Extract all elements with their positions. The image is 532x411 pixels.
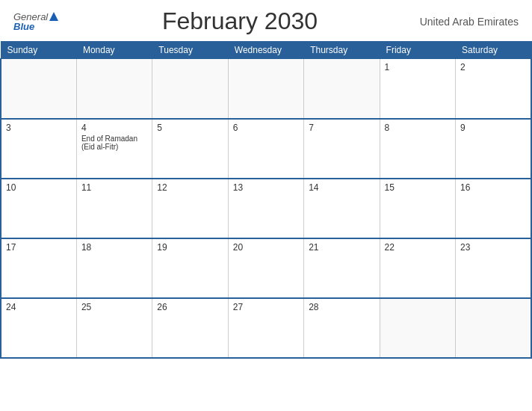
- calendar-table: Sunday Monday Tuesday Wednesday Thursday…: [0, 41, 532, 359]
- table-row: 20: [228, 238, 303, 298]
- day-number: 14: [309, 182, 374, 193]
- calendar-week-row: 2425262728: [1, 298, 531, 358]
- logo: General Blue: [13, 11, 60, 31]
- svg-marker-0: [49, 12, 58, 21]
- table-row: 24: [1, 298, 76, 358]
- country-label: United Arab Emirates: [420, 16, 519, 28]
- day-number: 25: [81, 302, 147, 312]
- day-number: 17: [6, 242, 72, 253]
- day-number: 26: [157, 302, 223, 312]
- table-row: [228, 59, 303, 119]
- day-number: 2: [460, 62, 526, 72]
- day-number: 22: [385, 242, 451, 253]
- header: General Blue February 2030 United Arab E…: [0, 0, 532, 41]
- table-row: 15: [380, 179, 455, 238]
- table-row: 12: [152, 179, 228, 238]
- day-number: 1: [385, 62, 451, 72]
- logo-general-text: General: [13, 12, 48, 22]
- table-row: 2: [456, 59, 531, 119]
- col-monday: Monday: [76, 42, 152, 59]
- table-row: 14: [304, 179, 380, 238]
- table-row: 27: [228, 298, 303, 358]
- day-number: 9: [460, 123, 526, 133]
- table-row: 25: [76, 298, 152, 358]
- col-wednesday: Wednesday: [228, 42, 303, 59]
- table-row: 18: [76, 238, 152, 298]
- table-row: [76, 59, 152, 119]
- table-row: 26: [152, 298, 228, 358]
- table-row: 9: [456, 119, 531, 179]
- page-title: February 2030: [162, 7, 318, 35]
- table-row: 10: [1, 179, 76, 238]
- table-row: 21: [304, 238, 380, 298]
- day-number: 10: [6, 182, 72, 193]
- table-row: [456, 298, 531, 358]
- table-row: 17: [1, 238, 76, 298]
- col-saturday: Saturday: [456, 42, 531, 59]
- col-friday: Friday: [380, 42, 455, 59]
- table-row: 8: [380, 119, 455, 179]
- calendar-week-row: 17181920212223: [1, 238, 531, 298]
- day-number: 4: [81, 123, 147, 133]
- day-number: 15: [385, 182, 451, 193]
- col-tuesday: Tuesday: [152, 42, 228, 59]
- day-number: 5: [157, 123, 223, 133]
- day-number: 21: [309, 242, 374, 253]
- table-row: [304, 59, 380, 119]
- table-row: [380, 298, 455, 358]
- calendar-week-row: 12: [1, 59, 531, 119]
- day-number: 16: [460, 182, 526, 193]
- table-row: 16: [456, 179, 531, 238]
- day-number: 20: [233, 242, 299, 253]
- col-thursday: Thursday: [304, 42, 380, 59]
- day-number: 6: [233, 123, 299, 133]
- table-row: 6: [228, 119, 303, 179]
- table-row: [152, 59, 228, 119]
- table-row: [1, 59, 76, 119]
- day-number: 7: [309, 123, 374, 133]
- table-row: 4End of Ramadan (Eid al-Fitr): [76, 119, 152, 179]
- day-number: 19: [157, 242, 223, 253]
- table-row: 5: [152, 119, 228, 179]
- table-row: 3: [1, 119, 76, 179]
- day-number: 3: [6, 123, 72, 133]
- table-row: 22: [380, 238, 455, 298]
- day-number: 28: [309, 302, 374, 312]
- day-number: 23: [460, 242, 526, 253]
- day-number: 27: [233, 302, 299, 312]
- calendar-week-row: 10111213141516: [1, 179, 531, 238]
- day-event: End of Ramadan (Eid al-Fitr): [81, 135, 147, 151]
- table-row: 11: [76, 179, 152, 238]
- calendar-week-row: 34End of Ramadan (Eid al-Fitr)56789: [1, 119, 531, 179]
- day-number: 8: [385, 123, 451, 133]
- calendar-header-row: Sunday Monday Tuesday Wednesday Thursday…: [1, 42, 531, 59]
- table-row: 7: [304, 119, 380, 179]
- day-number: 24: [6, 302, 72, 312]
- day-number: 12: [157, 182, 223, 193]
- logo-triangle-icon: [49, 11, 59, 22]
- col-sunday: Sunday: [1, 42, 76, 59]
- table-row: 23: [456, 238, 531, 298]
- table-row: 1: [380, 59, 455, 119]
- logo-blue-text: Blue: [13, 22, 60, 31]
- day-number: 11: [81, 182, 147, 193]
- table-row: 13: [228, 179, 303, 238]
- day-number: 13: [233, 182, 299, 193]
- table-row: 19: [152, 238, 228, 298]
- table-row: 28: [304, 298, 380, 358]
- day-number: 18: [81, 242, 147, 253]
